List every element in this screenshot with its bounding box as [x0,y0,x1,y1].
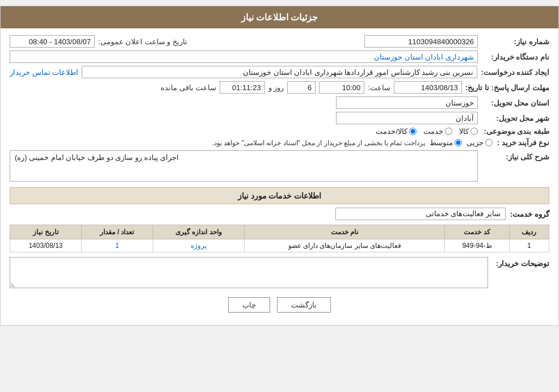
row-deadline: مهلت ارسال پاسخ: تا تاریخ: 1403/08/13 سا… [10,81,549,94]
delivery-province-label: استان محل تحویل: [481,99,549,107]
purchase-medium-option: متوسط [430,138,462,147]
row-need-number: شماره نیاز: 1103094840000326 تاریخ و ساع… [10,35,549,48]
cell-service-code: ط-94-949 [445,239,509,252]
delivery-city-value: آبادان [336,112,478,124]
row-creator: ایجاد کننده درخواست: نسرین بنی رشید کارش… [10,66,549,78]
category-goods-service-option: کالا/خدمت [376,127,417,136]
col-row-num: ردیف [509,225,549,239]
response-deadline-label: مهلت ارسال پاسخ: تا تاریخ: [465,83,549,92]
description-value: اجرای پیاده رو سازی دو طرف خیابان امام خ… [15,153,179,162]
row-description: شرح کلی نیاز: اجرای پیاده رو سازی دو طرف… [10,150,549,182]
purchase-medium-label: متوسط [430,138,453,147]
content-area: شماره نیاز: 1103094840000326 تاریخ و ساع… [1,28,558,325]
remaining-days-label: روز و [268,83,284,92]
category-label: طبقه بندی موضوعی: [481,127,549,136]
table-header-row: ردیف کد خدمت نام خدمت واحد اندازه گیری ت… [10,225,549,239]
category-goods-service-label: کالا/خدمت [376,127,407,136]
service-group-label: گروه خدمت: [510,210,549,218]
row-buyer-org: نام دستگاه خریدار: شهرداری ابادان استان … [10,50,549,63]
col-date: تاریخ نیاز [10,225,82,239]
buttons-row: بازگشت چاپ [10,297,549,313]
category-service-label: خدمت [423,127,443,136]
purchase-medium-radio[interactable] [455,139,462,146]
buyer-org-label: نام دستگاه خریدار: [481,53,549,61]
buyer-org-value: شهرداری ابادان استان خوزستان [10,50,478,63]
need-number-label: شماره نیاز: [481,37,549,46]
row-buyer-notes: توضیحات خریدار: [10,257,549,288]
cell-row-num: 1 [509,239,549,252]
purchase-partial-label: جزیی [466,138,484,147]
category-service-radio[interactable] [445,128,452,135]
category-radio-group: کالا خدمت کالا/خدمت [376,127,478,136]
purchase-partial-option: جزیی [466,138,493,147]
category-goods-service-radio[interactable] [409,128,417,135]
response-time-value: 10:00 [319,81,364,94]
delivery-city-label: شهر محل تحویل: [481,114,549,123]
row-city: شهر محل تحویل: آبادان [10,112,549,124]
creator-link[interactable]: اطلاعات تماس خریدار [10,68,78,77]
category-service-option: خدمت [423,127,452,136]
page-title: جزئیات اطلاعات نیاز [241,12,318,22]
row-purchase-type: نوع فرآیند خرید : جزیی متوسط پرداخت تمام… [10,138,549,147]
category-goods-option: کالا [459,127,478,136]
buyer-notes-label: توضیحات خریدار: [493,259,549,268]
purchase-note: پرداخت تمام یا بخشی از مبلغ خریدار از مح… [212,139,425,147]
row-province: استان محل تحویل: خوزستان [10,96,549,109]
cell-date: 1403/08/13 [10,239,82,252]
creator-label: ایجاد کننده درخواست: [481,68,549,77]
remaining-days-value: 6 [287,81,316,94]
services-section-title: اطلاعات خدمات مورد نیاز [10,187,549,204]
delivery-province-value: خوزستان [336,96,478,109]
back-button[interactable]: بازگشت [277,297,331,313]
response-date-value: 1403/08/13 [394,81,462,94]
services-table-container: ردیف کد خدمت نام خدمت واحد اندازه گیری ت… [10,225,549,252]
cell-quantity: 1 [81,239,153,252]
category-goods-label: کالا [459,127,469,136]
services-table: ردیف کد خدمت نام خدمت واحد اندازه گیری ت… [10,225,549,252]
page-header: جزئیات اطلاعات نیاز [1,6,558,28]
col-unit: واحد اندازه گیری [153,225,244,239]
announcement-value: 1403/08/07 - 08:40 [10,35,95,48]
col-quantity: تعداد / مقدار [81,225,153,239]
print-button[interactable]: چاپ [228,297,270,313]
category-goods-radio[interactable] [470,128,478,135]
creator-value: نسرین بنی رشید کارشناس امور قراردادها شه… [82,66,477,78]
remaining-time-value: 01:11:23 [220,81,265,94]
cell-unit: پروژه [153,239,244,252]
page-wrapper: جزئیات اطلاعات نیاز شماره نیاز: 11030948… [0,6,559,326]
description-label: شرح کلی نیاز: [481,153,549,161]
purchase-type-label: نوع فرآیند خرید : [497,138,549,147]
purchase-partial-radio[interactable] [485,139,493,146]
cell-service-name: فعالیت‌های سایر سازمان‌های دارای عضو [244,239,444,252]
description-box: اجرای پیاده رو سازی دو طرف خیابان امام خ… [10,150,478,182]
row-category: طبقه بندی موضوعی: کالا خدمت کالا/خدمت [10,127,549,136]
row-service-group: گروه خدمت: سایر فعالیت‌های خدماتی [10,208,549,220]
buyer-notes-textarea[interactable] [10,257,488,288]
service-group-value: سایر فعالیت‌های خدماتی [335,208,506,220]
col-service-code: کد خدمت [445,225,509,239]
announcement-label: تاریخ و ساعت اعلان عمومی: [98,37,187,46]
response-time-label: ساعت: [368,83,390,92]
col-service-name: نام خدمت [244,225,444,239]
table-row: 1 ط-94-949 فعالیت‌های سایر سازمان‌های دا… [10,239,549,252]
remaining-time-label: ساعت باقی مانده [161,83,216,92]
need-number-value: 1103094840000326 [364,35,478,48]
